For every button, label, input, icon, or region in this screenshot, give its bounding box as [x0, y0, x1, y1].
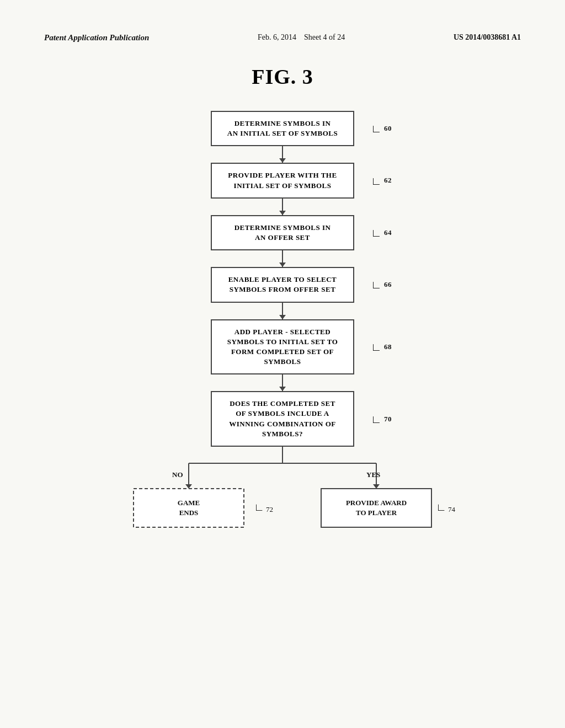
- box-64: DETERMINE SYMBOLS INAN OFFER SET ∟ 64: [211, 215, 354, 250]
- svg-text:∟: ∟: [436, 501, 446, 513]
- svg-text:PROVIDE AWARD: PROVIDE AWARD: [346, 499, 407, 507]
- header-sheet: Sheet 4 of 24: [304, 33, 345, 41]
- patent-number: US 2014/0038681 A1: [454, 33, 521, 41]
- arrow-62-64: [282, 199, 283, 215]
- figure-title: FIG. 3: [44, 65, 521, 89]
- ref-70: ∟ 70: [371, 414, 392, 425]
- ref-64: ∟ 64: [371, 227, 392, 238]
- box-68: ADD PLAYER - SELECTEDSYMBOLS TO INITIAL …: [211, 319, 354, 375]
- ref-62: ∟ 62: [371, 175, 392, 186]
- arrow-68-70: [282, 374, 283, 391]
- svg-text:∟: ∟: [254, 501, 264, 513]
- header-right: US 2014/0038681 A1: [454, 33, 521, 42]
- svg-text:GAME: GAME: [178, 499, 200, 507]
- branch-lines: NO YES GAME ENDS ∟ 72 PROVIDE AWARD TO P…: [117, 447, 448, 546]
- box-66: ENABLE PLAYER TO SELECTSYMBOLS FROM OFFE…: [211, 267, 354, 302]
- box-62: PROVIDE PLAYER WITH THEINITIAL SET OF SY…: [211, 163, 354, 198]
- svg-text:YES: YES: [366, 470, 380, 479]
- flow-row-70: DOES THE COMPLETED SETOF SYMBOLS INCLUDE…: [211, 391, 354, 447]
- ref-66: ∟ 66: [371, 279, 392, 290]
- svg-text:74: 74: [448, 505, 456, 513]
- svg-rect-8: [134, 489, 244, 527]
- page-header: Patent Application Publication Feb. 6, 2…: [44, 33, 521, 42]
- flow-row-64: DETERMINE SYMBOLS INAN OFFER SET ∟ 64: [211, 215, 354, 250]
- page: Patent Application Publication Feb. 6, 2…: [0, 0, 565, 728]
- svg-rect-13: [321, 489, 431, 527]
- header-center: Feb. 6, 2014 Sheet 4 of 24: [258, 33, 345, 42]
- flow-row-68: ADD PLAYER - SELECTEDSYMBOLS TO INITIAL …: [211, 319, 354, 375]
- ref-68: ∟ 68: [371, 341, 392, 352]
- flow-row-66: ENABLE PLAYER TO SELECTSYMBOLS FROM OFFE…: [211, 267, 354, 302]
- arrow-66-68: [282, 303, 283, 319]
- arrow-60-62: [282, 146, 283, 163]
- svg-marker-3: [185, 484, 192, 489]
- svg-text:ENDS: ENDS: [179, 508, 199, 517]
- flow-row-62: PROVIDE PLAYER WITH THEINITIAL SET OF SY…: [211, 163, 354, 198]
- svg-marker-5: [373, 484, 380, 489]
- svg-text:72: 72: [266, 505, 273, 513]
- svg-text:NO: NO: [172, 470, 183, 479]
- box-70: DOES THE COMPLETED SETOF SYMBOLS INCLUDE…: [211, 391, 354, 447]
- flowchart: DETERMINE SYMBOLS INAN INITIAL SET OF SY…: [44, 111, 521, 546]
- header-left: Patent Application Publication: [44, 33, 149, 42]
- ref-60: ∟ 60: [371, 123, 392, 134]
- box-60: DETERMINE SYMBOLS INAN INITIAL SET OF SY…: [211, 111, 354, 146]
- flow-row-60: DETERMINE SYMBOLS INAN INITIAL SET OF SY…: [211, 111, 354, 146]
- header-date: Feb. 6, 2014: [258, 33, 296, 41]
- publication-label: Patent Application Publication: [44, 33, 149, 42]
- arrow-64-66: [282, 250, 283, 267]
- svg-text:TO PLAYER: TO PLAYER: [356, 508, 397, 517]
